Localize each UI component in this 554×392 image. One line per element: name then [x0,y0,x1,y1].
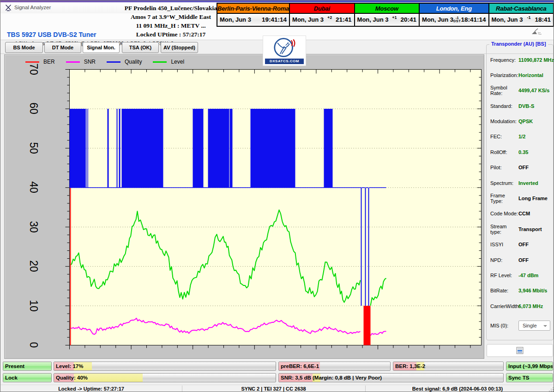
clock-city-label: Moscow [355,4,419,14]
transponder-value: 1/2 [518,134,525,139]
legend-swatch [153,61,167,63]
transponder-row: Frame Type:Long Frame [490,194,551,203]
chart-legend: BERSNRQualityLevel [5,55,484,69]
transponder-value: 4499,47 KS/s [518,88,549,93]
transponder-row: Frequency:11090,872 MHz [490,55,551,65]
clock-utc-offset: +1 [388,18,400,22]
transponder-row: Spectrum:Inverted [490,178,551,188]
transponder-value: OFF [518,242,529,247]
tab-signal-mon[interactable]: Signal Mon. [83,42,120,53]
clock-time-row: Mon, Jun 3-118:41 [489,14,553,25]
transponder-label: Standard: [490,103,518,109]
signal-analyzer-window: Signal Analyzer TBS 5927 USB DVB-S2 Tune… [0,0,554,392]
site-line-3: 11 091 MHz_H : METV ... [123,21,218,30]
clock-day: Mon, Jun 3 [357,16,389,23]
transponder-label: CarrierWidth: [490,303,518,309]
legend-item-level: Level [153,59,184,65]
transponder-row: RF Level:-47 dBm [490,270,551,280]
transponder-label: Pilot: [490,165,518,170]
indicator-label: Quality: 40% [56,374,88,382]
transponder-label: Frequency: [490,57,518,63]
clock-dst-offset: -1DST [453,16,461,23]
transponder-row: Polarization:Horizontal [490,70,551,80]
transponder-label: BitRate: [490,288,518,293]
transponder-value: 6,073 MHz [518,303,543,309]
transponder-value: DVB-S [518,103,534,109]
indicator-label: SNR: 3,5 dB (Margin: 0,8 dB | Very Poor) [281,374,382,382]
transponder-label: RF Level: [490,273,518,278]
dxsatcs-logo: DXSATCS.COM [263,36,306,66]
clock-offset-value: +2 [327,15,332,20]
indicator-label: Present [5,362,24,370]
transponder-row: NPD:OFF [490,255,551,265]
transponder-label: Stream type: [490,224,518,235]
clock-utc-offset: -1DST [453,16,461,23]
indicator-label: Level: 17% [56,362,83,370]
indicator-label: BER: 1,3E-2 [395,362,425,370]
y-axis-label-30: 30 [27,219,41,235]
legend-label: Quality [125,59,142,65]
transponder-label: ISSYI [490,242,518,247]
clock-utc-offset: +2 [324,18,336,22]
mis-select[interactable]: Single [518,321,550,331]
stream-list-icon [516,347,524,354]
transponder-value: QPSK [518,119,533,124]
indicator-ber: BER: 1,3E-2 [393,362,504,371]
clock-time-row: Mon, Jun 3+221:41 [290,14,354,25]
clock-city-label: Rabat-Casablanca [489,4,553,14]
status-bar: Locked -> Uptime: 57:27:17 SYNC 2 | TEI … [0,385,554,392]
transponder-value: Inverted [518,180,538,186]
transponder-row: Symbol Rate:4499,47 KS/s [490,86,551,95]
legend-label: BER [43,59,55,65]
status-uptime: Locked -> Uptime: 57:27:17 [0,385,182,392]
tab-dt-mode[interactable]: DT Mode [44,42,81,53]
site-line-4: Locked UPtime : 57:27:17 [123,30,218,39]
tab-bs-mode[interactable]: BS Mode [5,42,43,53]
indicator-snr: SNR: 3,5 dB (Margin: 0,8 dB | Very Poor) [278,373,504,382]
stream-list-button[interactable] [487,344,553,357]
antenna-icon [530,28,542,37]
status-sync: SYNC 2 | TEI 327 | CC 2638 [182,385,365,392]
y-axis-label-20: 20 [27,258,41,274]
clock-2: DubaiMon, Jun 3+221:41 [289,3,355,27]
indicator-present: Present [3,362,52,371]
indicator-level: Level: 17% [54,362,276,371]
dxsatcs-logo-icon [271,37,297,59]
indicator-quality: Quality: 40% [54,373,276,382]
world-clock-panel: Berlin-Paris-Vienna-RomaMon, Jun 319:41:… [217,3,554,27]
clock-day: Mon, Jun 3 [292,16,324,23]
clock-3: MoscowMon, Jun 3+120:41 [354,3,420,27]
tab-tsa-ok[interactable]: TSA (OK) [122,42,159,53]
legend-swatch [66,61,80,63]
chevron-down-icon [543,325,547,327]
transponder-label: Modulation: [490,119,518,124]
transponder-row: FEC:1/2 [490,132,551,142]
clock-city-label: Dubai [290,4,354,14]
transponder-value: 3,946 Mbit/s [518,288,547,293]
transponder-row: Pilot:OFF [490,163,551,172]
clock-time-row: Mon, Jun 3-1DST18:41:14 [420,14,488,25]
indicator-preber: preBER: 6,6E-1 [278,362,391,371]
clock-city-label: London, Eng [420,4,488,14]
clock-time-row: Mon, Jun 319:41:14 [217,14,289,25]
clock-day: Mon, Jun 3 [422,16,453,23]
transponder-groupbox: Transponder (AU) [BS] Frequency:11090,87… [486,44,554,340]
transponder-label: Frame Type: [490,193,518,204]
site-info-block: PF Prodelin 450_Lučenec/Slovakia Amos 7 … [123,4,218,39]
transponder-value: OFF [518,165,529,170]
indicator-label: Sync TS [508,374,529,382]
clock-city-label: Berlin-Paris-Vienna-Roma [217,4,289,14]
y-axis-label-40: 40 [27,179,41,195]
clock-utc-offset: -1 [523,18,535,22]
transponder-value: Long Frame [518,196,548,201]
transponder-row: CarrierWidth:6,073 MHz [490,301,551,311]
transponder-value: Transport [518,226,542,232]
site-line-1: PF Prodelin 450_Lučenec/Slovakia [123,4,218,12]
resize-grip[interactable] [549,387,554,392]
transponder-row: Standard:DVB-S [490,101,551,111]
clock-time-value: 21:41 [336,16,352,23]
indicator-sync-ts: Sync TS [506,373,553,382]
legend-label: SNR [84,59,96,65]
tab-av-stopped[interactable]: AV (Stopped) [161,42,198,53]
transponder-value: 0.35 [518,149,528,155]
